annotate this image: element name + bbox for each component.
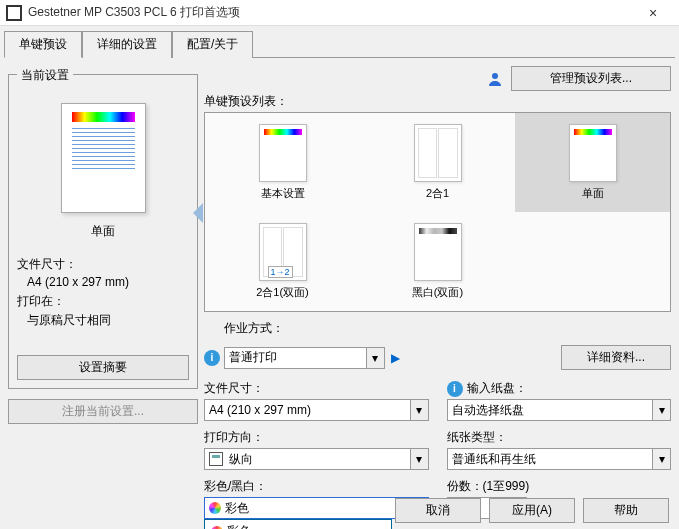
orient-combo[interactable]: 纵向▾ <box>204 448 429 470</box>
preset-list: 基本设置 2合1 单面 1→2 2合1(双面) 黑白(双面) <box>204 112 671 312</box>
preset-name: 单面 <box>17 223 189 240</box>
group-label: 当前设置 <box>17 67 73 84</box>
tab-config[interactable]: 配置/关于 <box>172 31 253 58</box>
title-bar: Gestetner MP C3503 PCL 6 打印首选项 × <box>0 0 679 26</box>
chevron-down-icon: ▾ <box>410 449 428 469</box>
help-button[interactable]: 帮助 <box>583 498 669 523</box>
register-button[interactable]: 注册当前设置... <box>8 399 198 424</box>
collapse-arrow-icon[interactable] <box>193 203 203 223</box>
tray-label: 输入纸盘： <box>467 380 527 397</box>
svg-point-0 <box>492 73 498 79</box>
color-option-color[interactable]: 彩色 <box>205 520 391 529</box>
preview-thumbnail <box>61 103 146 213</box>
tab-strip: 单键预设 详细的设置 配置/关于 <box>0 26 679 57</box>
chevron-down-icon: ▾ <box>652 449 670 469</box>
meta-print-value: 与原稿尺寸相同 <box>27 312 189 329</box>
chevron-down-icon: ▾ <box>652 400 670 420</box>
meta-size-value: A4 (210 x 297 mm) <box>27 275 189 289</box>
preset-item-2in1[interactable]: 2合1 <box>360 113 515 212</box>
color-label: 彩色/黑白： <box>204 478 267 495</box>
copies-label: 份数：(1至999) <box>447 478 530 495</box>
preset-item-2in1-duplex[interactable]: 1→2 2合1(双面) <box>205 212 360 311</box>
size-label: 文件尺寸： <box>204 380 264 397</box>
job-combo[interactable]: 普通打印 ▾ <box>224 347 385 369</box>
size-combo[interactable]: A4 (210 x 297 mm)▾ <box>204 399 429 421</box>
cancel-button[interactable]: 取消 <box>395 498 481 523</box>
preset-item-bw-duplex[interactable]: 黑白(双面) <box>360 212 515 311</box>
orient-icon <box>209 452 223 466</box>
color-dropdown: 彩色 黑白 <box>204 519 392 529</box>
job-label: 作业方式： <box>224 320 294 337</box>
paper-label: 纸张类型： <box>447 429 507 446</box>
chevron-down-icon: ▾ <box>366 348 384 368</box>
user-icon <box>487 71 503 87</box>
preset-list-label: 单键预设列表： <box>204 93 671 110</box>
tab-detailed[interactable]: 详细的设置 <box>82 31 172 58</box>
apply-button[interactable]: 应用(A) <box>489 498 575 523</box>
color-swatch-icon <box>209 502 221 514</box>
paper-combo[interactable]: 普通纸和再生纸▾ <box>447 448 672 470</box>
tab-preset[interactable]: 单键预设 <box>4 31 82 58</box>
info-icon[interactable]: i <box>447 381 463 397</box>
app-icon <box>6 5 22 21</box>
summary-button[interactable]: 设置摘要 <box>17 355 189 380</box>
detail-button[interactable]: 详细资料... <box>561 345 671 370</box>
tray-combo[interactable]: 自动选择纸盘▾ <box>447 399 672 421</box>
preset-item-single[interactable]: 单面 <box>515 113 670 212</box>
window-title: Gestetner MP C3503 PCL 6 打印首选项 <box>28 4 633 21</box>
close-icon[interactable]: × <box>633 0 673 26</box>
color-swatch-icon <box>211 526 223 530</box>
orient-label: 打印方向： <box>204 429 264 446</box>
manage-presets-button[interactable]: 管理预设列表... <box>511 66 671 91</box>
preset-item-basic[interactable]: 基本设置 <box>205 113 360 212</box>
info-icon[interactable]: i <box>204 350 220 366</box>
meta-size-label: 文件尺寸： <box>17 256 189 273</box>
meta-print-label: 打印在： <box>17 293 189 310</box>
chevron-down-icon: ▾ <box>410 400 428 420</box>
current-settings-group: 当前设置 单面 文件尺寸： A4 (210 x 297 mm) 打印在： 与原稿… <box>8 74 198 389</box>
play-icon[interactable]: ▶ <box>389 351 403 365</box>
